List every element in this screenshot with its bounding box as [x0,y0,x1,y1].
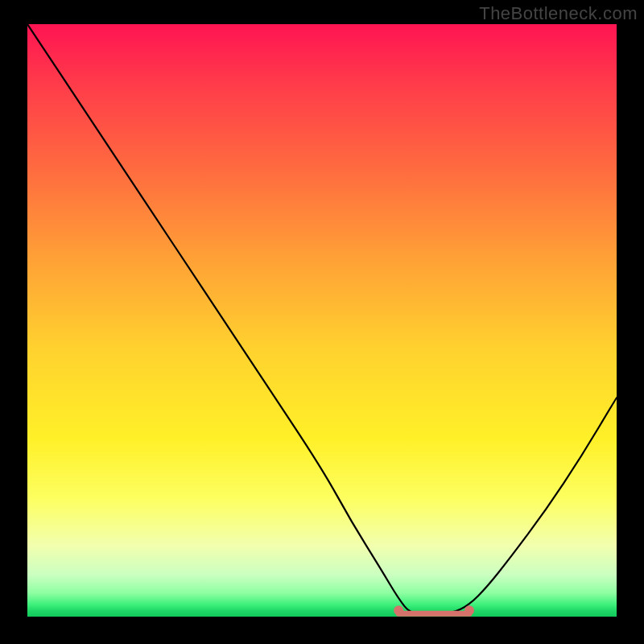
chart-frame: TheBottleneck.com [0,0,644,644]
watermark-text: TheBottleneck.com [479,3,638,24]
plot-area [27,24,617,617]
optimal-band-dot-left [394,605,403,615]
optimal-band-dot-right [464,605,474,615]
bottleneck-curve-path [27,24,617,613]
curve-overlay [27,24,617,617]
